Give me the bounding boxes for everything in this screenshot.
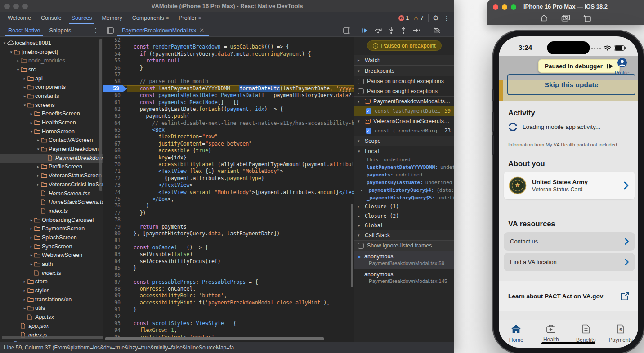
tree-folder-contactvascreen[interactable]: ▸ContactVAScreen: [0, 136, 103, 145]
call-stack-frame[interactable]: anonymousPaymentBreakdownModal.tsx:145: [354, 269, 454, 287]
close-tab-icon[interactable]: ✕: [199, 27, 204, 34]
scope-group-closure-1-[interactable]: ▸Closure (1): [354, 202, 454, 211]
tree-folder-src[interactable]: ▾src: [0, 65, 103, 74]
navigator-tab-snippets[interactable]: Snippets: [45, 24, 76, 36]
line-number-53[interactable]: 53: [103, 44, 127, 50]
tree-folder-profilescreen[interactable]: ▸ProfileScreen: [0, 163, 103, 172]
expand-arrow-icon[interactable]: ▸: [29, 244, 34, 249]
screenshot-icon[interactable]: [561, 13, 570, 22]
tree-folder-localhost-8081[interactable]: ▾localhost:8081: [0, 39, 103, 48]
line-number-87[interactable]: 87: [103, 279, 127, 286]
line-number-81[interactable]: 81: [103, 237, 127, 244]
line-number-80[interactable]: 80: [103, 230, 127, 237]
pact-act-link-row[interactable]: Learn about PACT Act on VA.gov: [499, 281, 638, 311]
expand-arrow-icon[interactable]: ▸: [15, 58, 21, 63]
resume-icon[interactable]: [361, 27, 368, 34]
step-icon[interactable]: [412, 27, 421, 33]
tab-profiler[interactable]: Profiler✱: [174, 12, 206, 24]
scope-variable-row[interactable]: lastPaymentDateYYYYDDMM:undef: [354, 163, 454, 171]
tree-folder-auth[interactable]: ▸auth: [0, 260, 103, 269]
expand-arrow-icon[interactable]: ▸: [22, 288, 27, 293]
minimize-window-button[interactable]: [13, 4, 19, 9]
expand-arrow-icon[interactable]: ▸: [29, 226, 34, 231]
home-indicator[interactable]: [541, 342, 595, 344]
line-number-82[interactable]: 82: [103, 244, 127, 251]
expand-arrow-icon[interactable]: ▸: [29, 253, 34, 257]
line-number-52[interactable]: 52: [103, 37, 127, 44]
line-number-78[interactable]: 78: [103, 216, 127, 223]
pause-exception-row[interactable]: Pause on uncaught exceptions: [354, 76, 454, 86]
scope-group-closure-2-[interactable]: ▸Closure (2): [354, 211, 454, 221]
profile-button[interactable]: Profile: [611, 57, 633, 75]
line-number-63[interactable]: 63: [103, 113, 127, 119]
tree-folder-item[interactable]: ▸: [0, 339, 103, 342]
expand-panel-icon[interactable]: [343, 27, 350, 34]
collapse-arrow-icon[interactable]: ▾: [2, 41, 7, 45]
scope-variable-row[interactable]: paymentsByLastDate:undefined: [354, 179, 454, 186]
settings-gear-icon[interactable]: ⚙: [433, 14, 439, 22]
scope-variable-row[interactable]: ▸_paymentHistoryQuery$4:{data:: [354, 186, 454, 194]
checkbox-unchecked[interactable]: [358, 79, 364, 84]
collapse-arrow-icon[interactable]: ▾: [15, 67, 21, 72]
editor-horizontal-scrollbar[interactable]: [105, 337, 324, 340]
line-number-74[interactable]: 74: [103, 189, 127, 196]
line-number-92[interactable]: 92: [103, 313, 127, 320]
navigator-tab-react-native[interactable]: React Native: [4, 24, 45, 36]
window-controls[interactable]: [4, 4, 28, 9]
line-number-62[interactable]: 62: [103, 106, 127, 113]
scope-group-global[interactable]: ▸Global: [354, 221, 454, 230]
expand-arrow-icon[interactable]: ▸: [29, 120, 34, 125]
veteran-status-card[interactable]: United States Army Veteran Status Card: [504, 172, 635, 199]
deactivate-breakpoints-icon[interactable]: [433, 27, 441, 34]
expand-arrow-icon[interactable]: ▸: [361, 188, 366, 192]
expand-arrow-icon[interactable]: ▸: [36, 182, 41, 187]
collapse-arrow-icon[interactable]: ▾: [29, 129, 34, 134]
checkbox-checked[interactable]: [366, 108, 371, 114]
scope-variable-row[interactable]: payments:undefined: [354, 171, 454, 179]
collapse-arrow-icon[interactable]: ▾: [22, 103, 27, 107]
open-file-tab[interactable]: PaymentBreakdownModal.tsx ✕: [117, 24, 209, 36]
line-number-88[interactable]: 88: [103, 286, 127, 292]
step-out-icon[interactable]: [400, 27, 407, 34]
line-number-90[interactable]: 90: [103, 300, 127, 306]
line-number-59[interactable]: 59: [103, 85, 127, 92]
line-number-57[interactable]: 57: [103, 71, 127, 78]
expand-arrow-icon[interactable]: ▸: [29, 262, 34, 266]
expand-arrow-icon[interactable]: ▸: [36, 138, 41, 142]
tree-folder-veteranstatusscreen[interactable]: ▸VeteranStatusScreen: [0, 171, 103, 180]
skip-update-button[interactable]: Skip this update: [507, 74, 635, 95]
checkbox-unchecked[interactable]: [358, 243, 364, 249]
tree-vertical-scrollbar[interactable]: [99, 39, 102, 191]
step-into-icon[interactable]: [388, 27, 394, 34]
collapse-arrow-icon[interactable]: ▾: [9, 50, 14, 54]
expand-arrow-icon[interactable]: ▸: [22, 76, 27, 81]
tree-folder-veteranscrisislinescreen[interactable]: ▸VeteransCrisisLineScreen: [0, 180, 103, 189]
line-number-55[interactable]: 55: [103, 57, 127, 64]
line-number-73[interactable]: 73: [103, 182, 127, 189]
app-tab-home[interactable]: Home: [499, 320, 534, 348]
scope-variable-row[interactable]: this:undefined: [354, 156, 454, 163]
line-number-89[interactable]: 89: [103, 292, 127, 299]
resource-link-find-a-va-location[interactable]: Find a VA location: [504, 253, 635, 271]
resource-link-contact-us[interactable]: Contact us: [504, 232, 635, 251]
checkbox-checked[interactable]: [366, 128, 371, 134]
line-number-75[interactable]: 75: [103, 196, 127, 203]
expand-arrow-icon[interactable]: ▸: [22, 306, 27, 310]
navigator-more-options-icon[interactable]: ⋮: [93, 27, 99, 34]
expand-arrow-icon[interactable]: ▸: [29, 235, 34, 240]
line-number-76[interactable]: 76: [103, 203, 127, 209]
expand-arrow-icon[interactable]: ▸: [9, 341, 14, 342]
line-number-69[interactable]: 69: [103, 154, 127, 161]
rotate-icon[interactable]: [583, 13, 592, 22]
section-header-breakpoints[interactable]: ▾Breakpoints: [354, 66, 454, 76]
source-map-link[interactable]: &platform=ios&dev=true&lazy=true&minify=…: [67, 344, 234, 351]
line-number-94[interactable]: 94: [103, 327, 127, 334]
breakpoint-file-row[interactable]: ▾PaymentBreakdownModal.ts…: [354, 96, 454, 106]
line-number-64[interactable]: 64: [103, 120, 127, 127]
expand-arrow-icon[interactable]: ▸: [36, 173, 41, 178]
tree-file-homestackscreens.tsx[interactable]: HomeStackScreens.tsx: [0, 198, 103, 207]
expand-arrow-icon[interactable]: ▸: [36, 164, 41, 169]
tree-folder-node-modules[interactable]: ▸node_modules: [0, 56, 103, 65]
tree-folder-webviewscreen[interactable]: ▸WebviewScreen: [0, 251, 103, 260]
line-number-56[interactable]: 56: [103, 65, 127, 71]
